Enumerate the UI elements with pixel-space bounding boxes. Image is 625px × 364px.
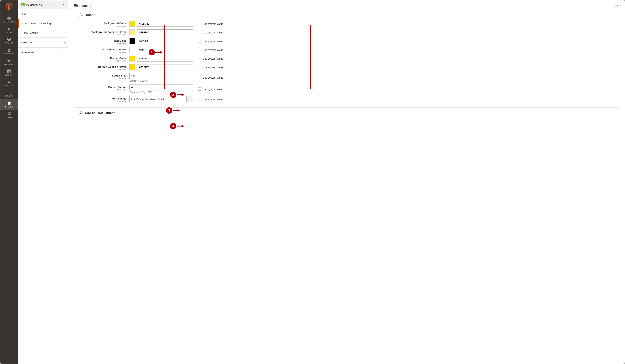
color-swatch[interactable] [129, 47, 135, 53]
nav-stores[interactable]: STORES [0, 99, 18, 110]
nav-label: SYSTEM [5, 116, 13, 118]
sidebar-item-amp-theme-one[interactable]: AMP Theme One Settings [18, 19, 68, 28]
use-system-value[interactable]: Use system value [198, 48, 223, 51]
checkbox[interactable] [198, 66, 201, 69]
field-row: Border Size[store view]Examples: 0, 12px… [84, 73, 620, 82]
color-input[interactable] [137, 29, 193, 35]
plumrocket-badge-icon [21, 3, 25, 6]
checkbox[interactable] [198, 31, 201, 34]
checkbox[interactable] [198, 40, 201, 43]
gear-icon [0, 112, 18, 116]
nav-reports[interactable]: REPORTS [0, 88, 18, 99]
person-icon [0, 48, 18, 52]
scope-label: [store view] [84, 89, 126, 91]
sidebar-group-plumrocket[interactable]: PLUMROCKET [18, 0, 68, 9]
color-swatch[interactable] [129, 64, 135, 70]
sidebar-group-label: SERVICES [21, 41, 33, 44]
gauge-icon [0, 16, 18, 20]
main-content: Elements Button Background Color[store v… [68, 0, 625, 364]
bars-icon [0, 90, 18, 95]
color-swatch[interactable] [129, 56, 135, 61]
select-dropdown-button[interactable] [187, 96, 193, 102]
color-input[interactable] [137, 21, 193, 27]
field-row: Background Color[store view]Use system v… [84, 21, 620, 27]
scope-label: [store view] [84, 25, 126, 27]
use-system-value[interactable]: Use system value [198, 31, 223, 34]
checkbox[interactable] [198, 98, 201, 101]
use-system-value[interactable]: Use system value [198, 66, 223, 69]
annotation-badge-1: 1 [149, 49, 155, 56]
field-label: Border Radius [108, 85, 126, 88]
nav-system[interactable]: SYSTEM [0, 110, 18, 120]
annotation-arrow [155, 52, 162, 53]
use-system-label: Use system value [203, 57, 223, 60]
nav-plumrocket[interactable]: PLUMROCKET [0, 78, 18, 88]
subsection-collapse-toggle[interactable] [79, 13, 83, 17]
checkbox[interactable] [198, 76, 201, 79]
field-label: Border Size [112, 74, 126, 77]
divider [74, 108, 620, 108]
nav-label: CUSTOMERS [3, 53, 15, 55]
field-row: Text Color[store view]Use system value [84, 38, 620, 44]
field-row: Text Color on Hover[store view]Use syste… [84, 47, 620, 53]
checkbox[interactable] [198, 48, 201, 51]
color-input[interactable] [137, 47, 193, 53]
checkbox[interactable] [198, 57, 201, 60]
sidebar-group-advanced[interactable]: ADVANCED [18, 47, 68, 57]
box-icon [0, 37, 18, 41]
nav-marketing[interactable]: MARKETING [0, 56, 18, 67]
field-row: Border Color on Hover[store view]Use sys… [84, 64, 620, 71]
svg-rect-5 [8, 92, 8, 94]
color-swatch[interactable] [129, 21, 135, 27]
svg-rect-7 [10, 93, 10, 94]
select-display[interactable]: Use Default Font (Work Sans) [129, 96, 187, 102]
use-system-value[interactable]: Use system value [198, 57, 223, 60]
sidebar-item-base-settings[interactable]: Base Settings [18, 28, 68, 37]
scope-label: [store view] [84, 60, 126, 62]
field-row: Border Color[store view]Use system value [84, 56, 620, 62]
subsection-title: Add to Cart Button [84, 111, 116, 115]
nav-catalog[interactable]: CATALOG [0, 35, 18, 46]
plumrocket-icon [0, 80, 18, 84]
field-label: Font Family [112, 97, 126, 100]
field-label: Background Color on Hover [91, 30, 126, 33]
use-system-value[interactable]: Use system value [198, 76, 223, 79]
use-system-value[interactable]: Use system value [198, 40, 223, 43]
subsection-collapse-toggle[interactable] [79, 111, 83, 115]
nav-label: SALES [6, 31, 12, 33]
nav-content[interactable]: CONTENT [0, 67, 18, 78]
nav-customers[interactable]: CUSTOMERS [0, 46, 18, 56]
color-input[interactable] [137, 38, 193, 44]
field-label: Background Color [103, 22, 126, 25]
svg-rect-6 [9, 91, 9, 94]
color-input[interactable] [137, 64, 193, 70]
scope-label: [store view] [84, 68, 126, 71]
color-input[interactable] [137, 56, 193, 61]
nav-label: CATALOG [5, 42, 13, 44]
sidebar-item-amp[interactable]: AMP [18, 9, 68, 19]
field-label: Text Color [114, 39, 126, 42]
use-system-label: Use system value [203, 76, 223, 79]
scope-label: [store view] [84, 34, 126, 36]
use-system-value[interactable]: Use system value [198, 22, 223, 25]
use-system-value[interactable]: Use system value [198, 98, 223, 101]
use-system-value[interactable]: Use system value [198, 87, 223, 91]
nav-sales[interactable]: $SALES [0, 25, 18, 35]
color-swatch[interactable] [129, 29, 135, 35]
text-input[interactable] [129, 73, 193, 79]
color-swatch[interactable] [129, 38, 135, 44]
section-collapse-toggle[interactable] [615, 4, 620, 8]
nav-dashboard[interactable]: DASHBOARD [0, 14, 18, 25]
megaphone-icon [0, 58, 18, 63]
magento-logo[interactable] [5, 2, 13, 10]
checkbox[interactable] [198, 87, 201, 91]
svg-rect-3 [7, 70, 11, 71]
text-input[interactable] [129, 84, 193, 90]
chevron-up-icon [62, 4, 64, 6]
checkbox[interactable] [198, 22, 201, 25]
annotation-arrow [173, 110, 180, 111]
chevron-down-icon [62, 42, 65, 44]
nav-label: DASHBOARD [3, 21, 15, 23]
sidebar-group-services[interactable]: SERVICES [18, 38, 68, 47]
use-system-label: Use system value [203, 98, 223, 101]
